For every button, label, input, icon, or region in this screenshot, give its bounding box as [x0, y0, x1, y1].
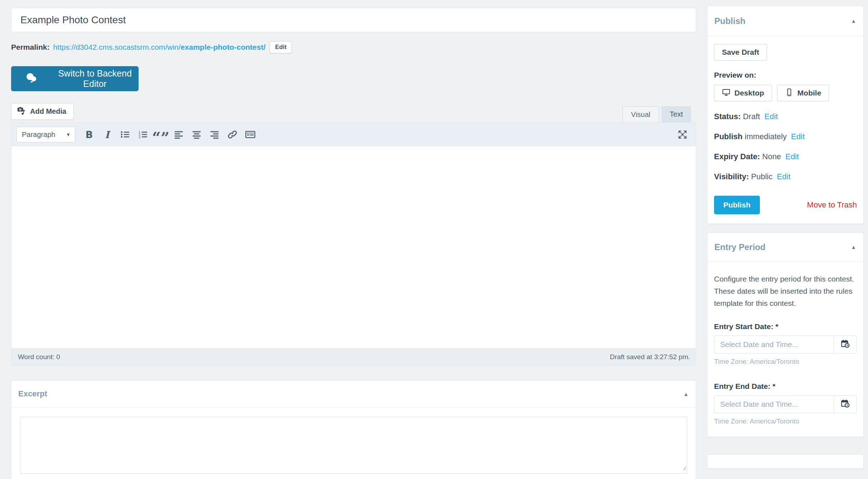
preview-mobile-button[interactable]: Mobile [777, 85, 829, 101]
page: Permalink: https://d3042.cms.socastsrm.c… [0, 0, 868, 479]
publish-panel: Publish ▲ Save Draft Preview on: Desk [707, 6, 864, 224]
publish-panel-title: Publish [714, 16, 746, 26]
toolbar-toggle-icon [245, 129, 256, 140]
editor-mode-tabs: Visual Text [622, 106, 691, 122]
main-column: Permalink: https://d3042.cms.socastsrm.c… [11, 0, 696, 479]
entry-start-date-label: Entry Start Date: * [714, 322, 857, 331]
entry-end-date-label: Entry End Date: * [714, 382, 857, 391]
editor-statusbar: Word count: 0 Draft saved at 3:27:52 pm. [11, 348, 696, 365]
excerpt-panel: Excerpt ▲ [11, 380, 696, 479]
bulleted-list-icon [120, 129, 130, 140]
fullscreen-button[interactable] [674, 127, 691, 142]
collapse-arrow-icon[interactable]: ▲ [683, 391, 689, 397]
post-title-input[interactable] [11, 8, 696, 32]
save-draft-button[interactable]: Save Draft [714, 44, 767, 60]
entry-period-description: Configure the entry period for this cont… [714, 273, 857, 309]
calendar-clock-icon [840, 399, 850, 410]
sidebar: Publish ▲ Save Draft Preview on: Desk [707, 0, 864, 469]
mobile-phone-icon [785, 88, 794, 98]
publish-panel-body: Save Draft Preview on: Desktop [708, 36, 863, 224]
entry-period-panel: Entry Period ▲ Configure the entry perio… [707, 233, 864, 437]
add-media-button[interactable]: Add Media [11, 103, 74, 120]
fullscreen-arrows-icon [677, 129, 688, 140]
builder-bubbles-icon [25, 72, 38, 85]
entry-end-date-input[interactable] [714, 396, 834, 413]
bulleted-list-button[interactable] [117, 127, 133, 142]
visibility-row: Visibility: Public Edit [714, 172, 857, 181]
publish-panel-header[interactable]: Publish ▲ [708, 6, 863, 36]
switch-to-backend-editor-label: Switch to Backend Editor [51, 68, 139, 89]
bold-button[interactable]: B [81, 127, 97, 142]
switch-to-backend-editor-button[interactable]: Switch to Backend Editor [11, 66, 139, 91]
insert-link-button[interactable] [224, 127, 241, 142]
align-left-button[interactable] [170, 127, 187, 142]
excerpt-body [11, 407, 696, 479]
entry-period-title: Entry Period [714, 242, 766, 252]
publish-button[interactable]: Publish [714, 196, 760, 214]
entry-start-timezone: Time Zone: America/Toronto [714, 358, 857, 366]
preview-desktop-button[interactable]: Desktop [714, 85, 772, 101]
excerpt-textarea[interactable] [20, 417, 687, 474]
media-row: Add Media Visual Text [11, 103, 696, 122]
chevron-down-icon: ▼ [66, 132, 71, 137]
status-row: Status: Draft Edit [714, 112, 857, 121]
align-center-button[interactable] [188, 127, 205, 142]
preview-mobile-label: Mobile [797, 89, 821, 97]
tab-visual[interactable]: Visual [622, 106, 659, 122]
editor-content-area[interactable] [11, 146, 696, 348]
toolbar-toggle-button[interactable] [242, 127, 259, 142]
align-right-icon [209, 129, 220, 140]
expiry-date-edit-link[interactable]: Edit [785, 152, 799, 161]
numbered-list-icon: 1 2 3 [138, 129, 148, 140]
entry-end-calendar-button[interactable] [834, 396, 857, 413]
permalink-link[interactable]: https://d3042.cms.socastsrm.com/win/exam… [53, 43, 265, 52]
permalink-edit-button[interactable]: Edit [270, 41, 292, 53]
camera-note-media-icon [16, 106, 26, 117]
add-media-label: Add Media [30, 107, 66, 116]
desktop-monitor-icon [722, 88, 730, 98]
entry-start-date-input[interactable] [714, 336, 834, 353]
excerpt-title: Excerpt [18, 389, 47, 399]
move-to-trash-link[interactable]: Move to Trash [807, 200, 857, 210]
entry-start-date-group [714, 336, 857, 353]
numbered-list-button[interactable]: 1 2 3 [135, 127, 151, 142]
publish-date-row: Publish immediately Edit [714, 132, 857, 141]
word-count: Word count: 0 [18, 353, 60, 361]
publish-panel-footer: Publish Move to Trash [714, 196, 857, 214]
italic-button[interactable]: I [99, 127, 115, 142]
blockquote-icon: “” [152, 135, 169, 142]
entry-period-panel-header[interactable]: Entry Period ▲ [708, 233, 863, 262]
svg-text:3: 3 [139, 136, 140, 139]
publish-date-edit-link[interactable]: Edit [791, 132, 805, 141]
next-panel-edge [707, 454, 864, 469]
paragraph-format-select[interactable]: Paragraph ▼ [16, 127, 75, 142]
entry-end-date-group [714, 395, 857, 413]
entry-end-timezone: Time Zone: America/Toronto [714, 417, 857, 425]
paragraph-format-value: Paragraph [22, 131, 55, 139]
align-right-button[interactable] [206, 127, 223, 142]
calendar-clock-icon [840, 339, 850, 350]
bold-icon: B [86, 129, 93, 140]
collapse-arrow-icon[interactable]: ▲ [851, 18, 856, 24]
tab-text[interactable]: Text [661, 106, 691, 122]
link-icon [227, 129, 238, 140]
blockquote-button[interactable]: “” [153, 127, 169, 142]
preview-desktop-label: Desktop [734, 89, 764, 97]
entry-start-calendar-button[interactable] [834, 336, 857, 353]
preview-buttons: Desktop Mobile [714, 85, 857, 101]
align-left-icon [173, 129, 184, 140]
expiry-date-row: Expiry Date: None Edit [714, 152, 857, 161]
draft-saved-message: Draft saved at 3:27:52 pm. [610, 353, 690, 361]
preview-on-label: Preview on: [714, 71, 857, 79]
permalink-label: Permalink: [11, 43, 49, 52]
italic-icon: I [105, 129, 110, 140]
status-edit-link[interactable]: Edit [765, 112, 778, 121]
align-center-icon [191, 129, 202, 140]
excerpt-panel-header[interactable]: Excerpt ▲ [11, 381, 696, 407]
entry-period-body: Configure the entry period for this cont… [708, 262, 863, 437]
editor-frame: Paragraph ▼ B I [11, 122, 696, 366]
editor-toolbar: Paragraph ▼ B I [11, 123, 696, 146]
visibility-edit-link[interactable]: Edit [777, 172, 791, 181]
collapse-arrow-icon[interactable]: ▲ [851, 244, 856, 250]
permalink: Permalink: https://d3042.cms.socastsrm.c… [11, 41, 696, 53]
